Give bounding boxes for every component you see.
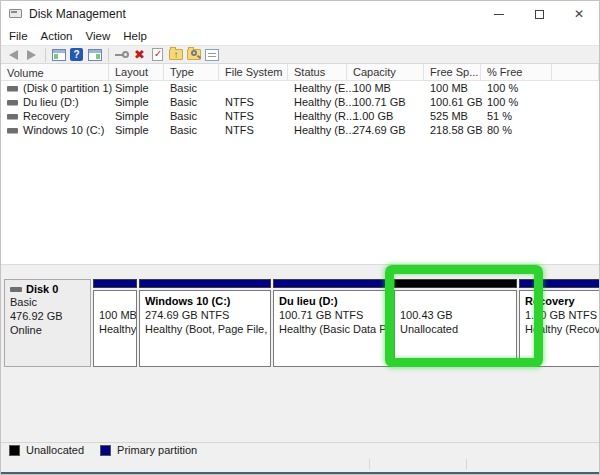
cell-layout: Simple: [109, 96, 164, 108]
cell-status: Healthy (E...: [288, 82, 347, 94]
column-header-free-space[interactable]: Free Sp...: [424, 64, 481, 80]
column-header-capacity[interactable]: Capacity: [347, 64, 424, 80]
disk-0-row: Disk 0 Basic 476.92 GB Online 100 MB Hea…: [4, 279, 600, 367]
volume-name: Du lieu (D:): [23, 96, 79, 108]
table-row[interactable]: Windows 10 (C:) Simple Basic NTFS Health…: [1, 123, 599, 137]
statusbar-separator: [369, 459, 370, 470]
close-button[interactable]: ✕: [559, 1, 599, 27]
cell-capacity: 1.00 GB: [347, 110, 424, 122]
legend-label-unallocated: Unallocated: [26, 444, 84, 456]
cell-file-system: NTFS: [219, 124, 288, 136]
column-header-status[interactable]: Status: [288, 64, 347, 80]
cell-layout: Simple: [109, 110, 164, 122]
disk-icon: [10, 287, 22, 292]
disk-management-window: Disk Management ✕ File Action View Help …: [0, 0, 600, 475]
partitions-strip: 100 MB Healthy ( Windows 10 (C:) 274.69 …: [93, 279, 600, 367]
properties-button[interactable]: [203, 47, 220, 63]
volume-name: (Disk 0 partition 1): [23, 82, 112, 94]
cell-type: Basic: [164, 110, 219, 122]
back-button[interactable]: [5, 47, 22, 63]
column-header-file-system[interactable]: File System: [219, 64, 288, 80]
cell-free-space: 100.61 GB: [424, 96, 481, 108]
title-bar: Disk Management ✕: [1, 1, 599, 27]
forward-button[interactable]: [23, 47, 40, 63]
volume-list: Volume Layout Type File System Status Ca…: [1, 64, 599, 264]
column-header-pct-free[interactable]: % Free: [481, 64, 552, 80]
table-header: Volume Layout Type File System Status Ca…: [1, 64, 599, 81]
column-header-type[interactable]: Type: [164, 64, 219, 80]
partition-status: Unallocated: [400, 322, 511, 336]
status-bar: [1, 457, 599, 472]
unallocated-swatch: [9, 445, 20, 456]
column-header-blank: [552, 64, 599, 80]
cell-layout: Simple: [109, 124, 164, 136]
check-volume-button[interactable]: ✓: [149, 47, 166, 63]
partition-size: 100.71 GB NTFS: [279, 308, 386, 322]
volume-icon: [7, 100, 18, 105]
cell-free-space: 525 MB: [424, 110, 481, 122]
volume-icon: [7, 114, 18, 119]
partition-size: 1.00 GB NTFS: [525, 308, 597, 322]
forward-arrow-icon: [27, 50, 36, 60]
show-console-tree-button[interactable]: [50, 47, 67, 63]
cell-capacity: 100 MB: [347, 82, 424, 94]
primary-partition-strip: [519, 279, 600, 288]
app-icon: [9, 8, 23, 20]
partition-system-reserved[interactable]: 100 MB Healthy (: [93, 279, 137, 367]
partition-status: Healthy (: [99, 322, 131, 336]
disk-0-info-panel[interactable]: Disk 0 Basic 476.92 GB Online: [4, 279, 91, 367]
cell-pct-free: 80 %: [481, 124, 552, 136]
graphical-view: Disk 0 Basic 476.92 GB Online 100 MB Hea…: [1, 264, 599, 442]
column-header-layout[interactable]: Layout: [109, 64, 164, 80]
partition-du-lieu-d[interactable]: Du lieu (D:) 100.71 GB NTFS Healthy (Bas…: [273, 279, 392, 367]
partition-name: [400, 294, 511, 308]
partition-recovery[interactable]: Recovery 1.00 GB NTFS Healthy (Recov: [519, 279, 600, 367]
cell-pct-free: 51 %: [481, 110, 552, 122]
menu-file[interactable]: File: [9, 28, 37, 44]
disk-size: 476.92 GB: [10, 309, 85, 323]
cell-layout: Simple: [109, 82, 164, 94]
statusbar-separator: [466, 459, 467, 470]
delete-volume-button[interactable]: ✖: [131, 47, 148, 63]
column-header-volume[interactable]: Volume: [1, 64, 109, 80]
menu-bar: File Action View Help: [1, 27, 599, 45]
legend-label-primary: Primary partition: [117, 444, 197, 456]
check-document-icon: ✓: [152, 48, 163, 61]
table-row[interactable]: Du lieu (D:) Simple Basic NTFS Healthy (…: [1, 95, 599, 109]
help-button[interactable]: ?: [68, 47, 85, 63]
cell-status: Healthy (B...: [288, 96, 347, 108]
primary-partition-strip: [93, 279, 137, 288]
explore-button[interactable]: [185, 47, 202, 63]
attach-vhd-button[interactable]: [113, 47, 130, 63]
cell-free-space: 100 MB: [424, 82, 481, 94]
cell-capacity: 274.69 GB: [347, 124, 424, 136]
disk-status: Online: [10, 323, 85, 337]
partition-size: 274.69 GB NTFS: [145, 308, 265, 322]
cell-status: Healthy (B...: [288, 124, 347, 136]
partition-windows-10-c[interactable]: Windows 10 (C:) 274.69 GB NTFS Healthy (…: [139, 279, 271, 367]
cell-pct-free: 100 %: [481, 96, 552, 108]
close-icon: ✕: [574, 8, 584, 20]
primary-partition-strip: [273, 279, 392, 288]
disk-type: Basic: [10, 295, 85, 309]
maximize-icon: [535, 10, 544, 19]
cell-status: Healthy (R...: [288, 110, 347, 122]
partition-status: Healthy (Recov: [525, 322, 597, 336]
menu-view[interactable]: View: [86, 28, 120, 44]
table-row[interactable]: (Disk 0 partition 1) Simple Basic Health…: [1, 81, 599, 95]
menu-action[interactable]: Action: [41, 28, 82, 44]
change-drive-letter-button[interactable]: ↑: [167, 47, 184, 63]
minimize-button[interactable]: [479, 1, 519, 27]
partition-name: Windows 10 (C:): [145, 294, 265, 308]
cell-pct-free: 100 %: [481, 82, 552, 94]
partition-unallocated[interactable]: 100.43 GB Unallocated: [394, 279, 517, 367]
table-row[interactable]: Recovery Simple Basic NTFS Healthy (R...…: [1, 109, 599, 123]
menu-help[interactable]: Help: [123, 28, 156, 44]
unallocated-strip: [394, 279, 517, 288]
folder-up-icon: ↑: [169, 49, 183, 60]
show-action-pane-button[interactable]: [86, 47, 103, 63]
cell-type: Basic: [164, 96, 219, 108]
maximize-button[interactable]: [519, 1, 559, 27]
cell-type: Basic: [164, 82, 219, 94]
volume-icon: [7, 86, 18, 91]
